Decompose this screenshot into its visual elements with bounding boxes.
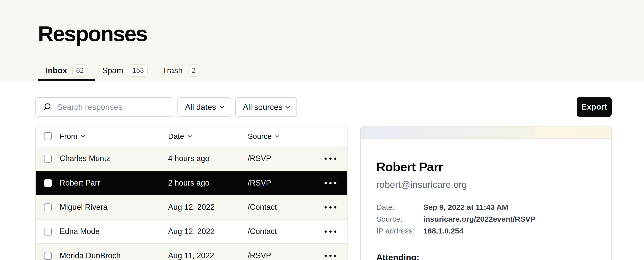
row-menu-button[interactable] — [322, 229, 339, 234]
cell-source: /RSVP — [248, 178, 308, 188]
select-all-checkbox[interactable] — [44, 132, 52, 140]
column-header-date[interactable]: Date — [168, 132, 248, 141]
more-options-icon — [325, 182, 336, 184]
cell-date: Aug 12, 2022 — [168, 203, 248, 212]
table-row[interactable]: Merida DunBroch Aug 11, 2022 /RSVP — [36, 243, 347, 260]
table-row[interactable]: Charles Muntz 4 hours ago /RSVP — [36, 146, 347, 171]
tab-label: Spam — [102, 66, 123, 75]
row-menu-button[interactable] — [322, 205, 339, 210]
table-row[interactable]: Edna Mode Aug 12, 2022 /Contact — [36, 219, 347, 243]
cell-from: Merida DunBroch — [60, 251, 168, 260]
tab-count-badge: 2 — [188, 64, 199, 77]
search-box — [35, 97, 173, 117]
more-options-icon — [325, 206, 336, 209]
row-checkbox[interactable] — [44, 179, 52, 187]
chevron-down-icon — [219, 104, 225, 110]
meta-row-ip: IP address: 168.1.0.254 — [376, 225, 595, 237]
page-title: Responses — [38, 21, 147, 46]
cell-from: Robert Parr — [60, 178, 168, 188]
cell-from: Charles Muntz — [60, 154, 168, 163]
cell-date: 2 hours ago — [168, 178, 248, 188]
cell-date: 4 hours ago — [168, 154, 248, 163]
meta-row-date: Date: Sep 9, 2022 at 11:43 AM — [376, 201, 595, 213]
table-header: From Date Source — [36, 126, 347, 146]
meta-row-source: Source: insuricare.org/2022event/RSVP — [376, 213, 595, 225]
table-row-selected[interactable]: Robert Parr 2 hours ago /RSVP — [36, 171, 347, 195]
cell-source: /RSVP — [248, 251, 308, 260]
tab-count-badge: 153 — [129, 64, 148, 77]
chevron-down-icon — [187, 134, 192, 139]
row-menu-button[interactable] — [322, 253, 339, 258]
inbox-tabs: Inbox 82 Spam 153 Trash 2 — [38, 63, 207, 81]
respondent-email: robert@insuricare.org — [376, 179, 595, 190]
meta-label: IP address: — [376, 225, 423, 237]
cell-source: /RSVP — [248, 154, 308, 163]
tab-count-badge: 82 — [72, 64, 87, 77]
tab-trash[interactable]: Trash 2 — [155, 63, 207, 81]
cell-date: Aug 11, 2022 — [168, 251, 248, 260]
meta-value: Sep 9, 2022 at 11:43 AM — [423, 201, 595, 213]
section-heading-attending: Attending: — [376, 252, 595, 260]
date-filter-value: All dates — [185, 102, 216, 112]
detail-body: Robert Parr robert@insuricare.org Date: … — [361, 160, 611, 260]
row-menu-button[interactable] — [322, 156, 339, 161]
cell-from: Edna Mode — [60, 227, 168, 236]
more-options-icon — [325, 230, 336, 233]
meta-label: Source: — [376, 213, 423, 225]
column-label: From — [60, 132, 77, 141]
column-label: Source — [248, 132, 272, 141]
source-filter-value: All sources — [243, 102, 283, 112]
cell-source: /Contact — [248, 227, 308, 236]
cell-source: /Contact — [248, 203, 308, 212]
source-filter-select[interactable]: All sources — [235, 97, 297, 117]
response-meta: Date: Sep 9, 2022 at 11:43 AM Source: in… — [376, 201, 595, 237]
row-checkbox[interactable] — [44, 252, 52, 260]
cell-from: Miguel Rivera — [60, 203, 168, 212]
date-filter-select[interactable]: All dates — [177, 97, 231, 117]
detail-header-gradient — [361, 126, 611, 139]
column-header-from[interactable]: From — [60, 132, 168, 141]
chevron-down-icon — [80, 134, 86, 139]
tab-label: Inbox — [45, 66, 67, 75]
tab-inbox[interactable]: Inbox 82 — [38, 63, 95, 81]
chevron-down-icon — [284, 104, 291, 110]
row-checkbox[interactable] — [44, 203, 52, 211]
row-menu-button[interactable] — [322, 180, 339, 186]
meta-label: Date: — [376, 201, 423, 213]
responses-table: From Date Source Charles Muntz — [35, 126, 348, 260]
detail-divider — [361, 241, 611, 241]
search-input[interactable] — [57, 102, 167, 112]
column-header-source[interactable]: Source — [248, 132, 308, 141]
meta-value: 168.1.0.254 — [423, 225, 595, 237]
response-detail-panel: Robert Parr robert@insuricare.org Date: … — [360, 126, 612, 260]
export-button[interactable]: Export — [577, 97, 612, 117]
respondent-name: Robert Parr — [376, 160, 595, 174]
chevron-down-icon — [275, 134, 280, 139]
more-options-icon — [325, 158, 336, 160]
tab-label: Trash — [162, 66, 183, 75]
tab-spam[interactable]: Spam 153 — [95, 63, 155, 81]
table-row[interactable]: Miguel Rivera Aug 12, 2022 /Contact — [36, 195, 347, 219]
meta-value: insuricare.org/2022event/RSVP — [423, 213, 595, 225]
responses-page: Responses Inbox 82 Spam 153 Trash 2 All … — [0, 0, 644, 260]
row-checkbox[interactable] — [44, 228, 52, 236]
column-label: Date — [168, 132, 184, 141]
search-icon — [43, 103, 51, 111]
more-options-icon — [325, 255, 336, 257]
cell-date: Aug 12, 2022 — [168, 227, 248, 236]
row-checkbox[interactable] — [44, 155, 52, 163]
